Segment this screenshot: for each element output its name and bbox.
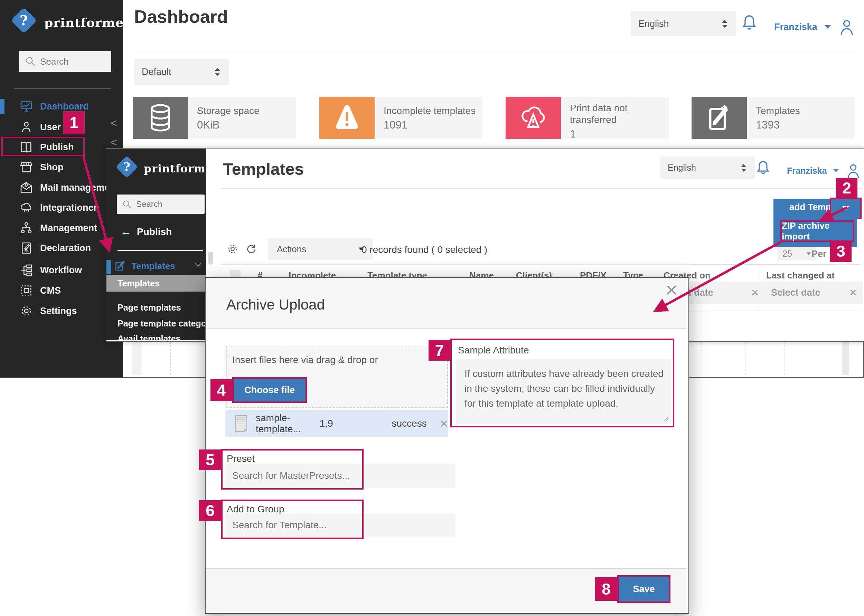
resize-handle-icon[interactable] (663, 416, 668, 421)
save-button[interactable]: Save (617, 575, 670, 603)
sidebar-collapse-icon[interactable]: < (110, 117, 117, 130)
sort-arrow-down-icon[interactable]: ↓ (707, 270, 712, 281)
sidebar-item-integrationen[interactable]: Integrationen (19, 199, 99, 217)
warning-icon (319, 97, 375, 139)
back-label: Publish (137, 226, 172, 237)
sidebar-collapse-icon[interactable]: < (110, 136, 117, 149)
column-separator (785, 342, 785, 375)
language-select[interactable]: English (631, 11, 736, 36)
choose-file-label: Choose file (244, 385, 295, 396)
sidebar-item-declaration[interactable]: Declaration (19, 239, 91, 257)
stat-card-print-data: Print data not transferred 1 (506, 97, 669, 139)
scrollbar[interactable] (842, 341, 849, 375)
file-name: sample-template... (256, 413, 312, 435)
refresh-icon[interactable] (245, 243, 257, 255)
submenu-item-templates-active[interactable]: Templates (107, 275, 206, 292)
sidebar-item-workflow[interactable]: Workflow (19, 261, 82, 279)
preset-label: Preset (227, 453, 255, 464)
file-status: success (392, 418, 426, 429)
sidebar-divider (14, 88, 110, 89)
sidebar-item-label: Settings (40, 306, 77, 316)
stat-label: Print data not transferred (570, 102, 653, 126)
updown-arrows-icon (740, 163, 747, 173)
printformer-logo-icon: ? (11, 7, 37, 33)
updown-arrows-icon (214, 67, 221, 77)
submenu-label: Templates (118, 278, 160, 289)
step-badge-4: 4 (211, 379, 232, 401)
per-page-value: 25 (782, 249, 792, 259)
sidebar-item-management[interactable]: Management (19, 219, 97, 237)
user-avatar-icon (838, 18, 855, 36)
sidebar-item-label: Workflow (40, 265, 82, 276)
default-filter-value: Default (142, 67, 172, 77)
sidebar-item-user[interactable]: User (19, 118, 61, 136)
uploaded-file-row: sample-template... 1.9 success × (225, 410, 448, 437)
table-settings-gear-icon[interactable] (227, 243, 239, 255)
sidebar-item-label: Dashboard (40, 101, 89, 112)
stat-label: Incomplete templates (384, 105, 482, 117)
user-avatar-icon (845, 162, 861, 179)
stat-card-templates: Templates 1393 (692, 97, 855, 139)
section-chevron-icon[interactable] (194, 262, 202, 267)
step-badge-2: 2 (836, 178, 858, 198)
updown-arrows-icon (721, 19, 729, 29)
sidebar-item-label: Shop (40, 162, 64, 173)
user-name: Franziska (774, 22, 817, 33)
choose-file-button[interactable]: Choose file (232, 377, 307, 403)
sample-attribute-textarea[interactable]: If custom attributes have already been c… (456, 359, 671, 424)
sidebar-section-templates[interactable]: Templates (114, 260, 175, 272)
submenu-item-page-templates[interactable]: Page templates (118, 303, 181, 313)
sidebar-item-mail-management[interactable]: Mail management (19, 179, 118, 196)
stat-value: 1393 (756, 119, 855, 131)
edit-template-icon (114, 260, 126, 272)
actions-dropdown[interactable]: Actions (268, 238, 373, 260)
notifications-bell-icon[interactable] (741, 14, 757, 32)
language-select[interactable]: English (660, 157, 755, 179)
per-page-select[interactable]: 25 (777, 247, 816, 261)
step-badge-7: 7 (428, 340, 450, 361)
step-badge-5: 5 (199, 449, 221, 470)
submenu-item-avail-templates[interactable]: Avail templates (118, 334, 194, 340)
user-name: Franziska (787, 166, 827, 176)
sidebar-item-shop[interactable]: Shop (19, 158, 64, 176)
stat-value: 1 (570, 128, 669, 140)
header-divider (221, 188, 862, 189)
printformer-logo: ? (119, 159, 135, 175)
sidebar-item-label: Management (40, 223, 97, 234)
header-divider (133, 52, 855, 52)
back-to-publish[interactable]: ← Publish (120, 225, 172, 238)
notifications-bell-icon[interactable] (755, 160, 771, 176)
sidebar-item-settings[interactable]: Settings (19, 302, 77, 320)
stat-value: 0KiB (197, 119, 296, 131)
zip-archive-import-button[interactable]: ZIP archive import (781, 220, 854, 242)
col-header-last-changed[interactable]: Last changed at (766, 270, 835, 281)
column-separator (170, 342, 171, 375)
language-select-value: English (668, 163, 696, 173)
sidebar-divider (118, 250, 203, 251)
step-badge-1: 1 (63, 111, 85, 134)
last-changed-date-filter[interactable]: Select date × (765, 281, 863, 304)
printformer-logo-text: printformer (44, 15, 131, 30)
cloud-integration-icon (19, 201, 33, 215)
default-filter-select[interactable]: Default (134, 59, 229, 85)
sidebar-item-cms[interactable]: CMS (19, 281, 61, 300)
sidebar-item-label: User (40, 122, 61, 133)
search-icon (24, 55, 36, 67)
printformer-logo-text: printformer (144, 162, 219, 175)
document-pencil-icon (19, 241, 33, 255)
clear-date-icon[interactable]: × (850, 285, 857, 300)
caret-down-icon (806, 252, 812, 256)
modal-close-icon[interactable]: × (661, 278, 682, 301)
user-menu[interactable]: Franziska (774, 18, 855, 36)
mail-icon (19, 181, 33, 195)
column-separator (702, 342, 702, 375)
sidebar-item-label: CMS (40, 285, 61, 296)
stat-label: Templates (756, 105, 855, 117)
scrollbar-thumb[interactable] (208, 251, 213, 265)
date-placeholder: Select date (771, 288, 820, 298)
save-label: Save (633, 584, 655, 595)
clear-date-icon[interactable]: × (751, 285, 759, 300)
cloud-warning-icon (506, 97, 561, 139)
remove-file-icon[interactable]: × (440, 416, 448, 432)
user-menu[interactable]: Franziska (787, 162, 861, 179)
